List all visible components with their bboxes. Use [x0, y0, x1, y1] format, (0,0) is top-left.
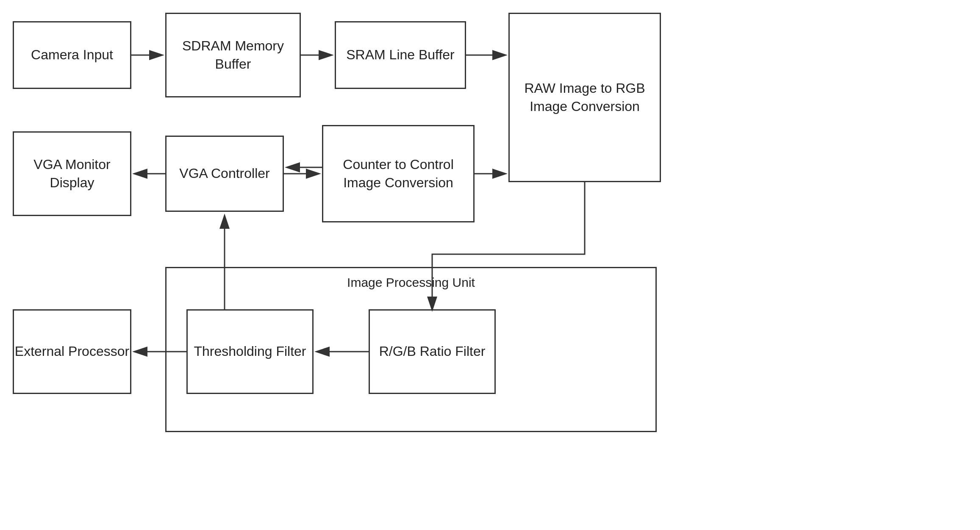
external-processor-label: External Processor: [15, 342, 129, 361]
raw-image-conversion-block: RAW Image to RGB Image Conversion: [508, 13, 661, 182]
camera-input-block: Camera Input: [13, 21, 131, 89]
image-processing-unit-label: Image Processing Unit: [347, 274, 475, 291]
sram-line-buffer-label: SRAM Line Buffer: [346, 46, 455, 64]
rgb-ratio-filter-block: R/G/B Ratio Filter: [369, 309, 496, 394]
counter-control-block: Counter to Control Image Conversion: [322, 125, 475, 222]
sdram-memory-block: SDRAM Memory Buffer: [165, 13, 301, 97]
diagram-container: Camera Input SDRAM Memory Buffer SRAM Li…: [0, 0, 980, 530]
sram-line-buffer-block: SRAM Line Buffer: [335, 21, 466, 89]
vga-monitor-label: VGA Monitor Display: [14, 155, 130, 192]
arrows-svg: [0, 0, 980, 530]
raw-image-conversion-label: RAW Image to RGB Image Conversion: [510, 79, 660, 116]
sdram-memory-label: SDRAM Memory Buffer: [167, 37, 300, 73]
thresholding-filter-block: Thresholding Filter: [186, 309, 314, 394]
vga-monitor-block: VGA Monitor Display: [13, 131, 131, 216]
external-processor-block: External Processor: [13, 309, 131, 394]
counter-control-label: Counter to Control Image Conversion: [323, 155, 473, 192]
camera-input-label: Camera Input: [31, 46, 113, 64]
vga-controller-label: VGA Controller: [179, 164, 269, 183]
rgb-ratio-filter-label: R/G/B Ratio Filter: [379, 342, 486, 361]
thresholding-filter-label: Thresholding Filter: [194, 342, 306, 361]
vga-controller-block: VGA Controller: [165, 136, 284, 212]
